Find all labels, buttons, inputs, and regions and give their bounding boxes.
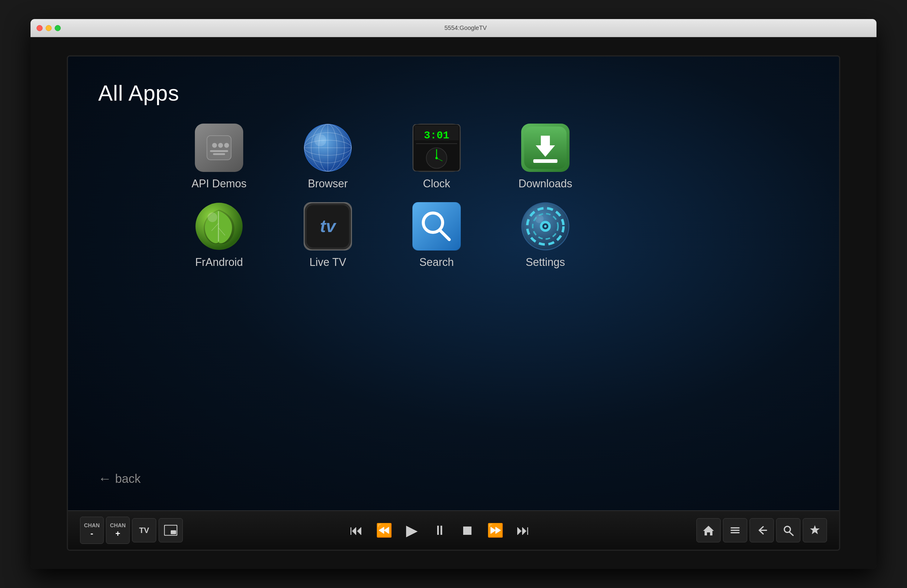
browser-icon <box>304 123 352 172</box>
chan-minus-button[interactable]: CHAN - <box>80 517 104 544</box>
svg-point-2 <box>218 143 223 148</box>
svg-rect-0 <box>207 136 231 160</box>
tv-container: All Apps <box>30 37 877 569</box>
stop-button[interactable]: ⏹ <box>455 518 479 542</box>
search-label: Search <box>419 256 454 269</box>
tv-button[interactable]: TV <box>132 518 156 542</box>
maximize-button[interactable] <box>54 25 61 31</box>
frandroid-label: FrAndroid <box>195 256 243 269</box>
mac-window: 5554:GoogleTV All Apps <box>30 19 877 569</box>
tv-screen: All Apps <box>67 55 840 551</box>
svg-point-13 <box>314 134 326 146</box>
svg-line-51 <box>790 532 793 535</box>
apps-grid: API Demos <box>98 123 809 269</box>
clock-icon: 3:01 <box>412 123 461 172</box>
back-nav-button[interactable] <box>750 518 774 542</box>
tv-label: TV <box>139 526 149 535</box>
api-demos-label: API Demos <box>192 177 247 190</box>
media-controls: ⏮ ⏪ ▶ ⏸ ⏹ ⏩ ⏭ <box>344 518 535 542</box>
titlebar: 5554:GoogleTV <box>30 19 877 37</box>
browser-label: Browser <box>308 177 348 190</box>
page-title: All Apps <box>98 81 809 106</box>
control-bar: CHAN - CHAN + TV <box>68 510 839 550</box>
tv-content: All Apps <box>68 56 839 510</box>
frandroid-icon <box>195 202 243 250</box>
svg-point-42 <box>544 225 546 228</box>
chan-plus-sign: + <box>115 529 120 538</box>
search-nav-button[interactable] <box>776 518 800 542</box>
menu-icon <box>729 524 741 536</box>
search-icon <box>412 202 461 250</box>
skip-back-button[interactable]: ⏮ <box>344 518 368 542</box>
back-button[interactable]: ← back <box>98 471 141 486</box>
fast-forward-button[interactable]: ⏩ <box>483 518 507 542</box>
minimize-button[interactable] <box>46 25 52 31</box>
rewind-button[interactable]: ⏪ <box>372 518 396 542</box>
search-nav-icon <box>782 524 794 536</box>
pip-icon <box>164 525 177 536</box>
close-button[interactable] <box>37 25 43 31</box>
svg-point-21 <box>435 157 438 159</box>
clock-label: Clock <box>423 177 450 190</box>
play-button[interactable]: ▶ <box>400 518 424 542</box>
svg-marker-52 <box>810 525 820 534</box>
skip-forward-button[interactable]: ⏭ <box>511 518 535 542</box>
back-nav-icon <box>756 524 768 536</box>
svg-point-3 <box>224 143 229 148</box>
traffic-lights <box>37 25 61 31</box>
svg-rect-45 <box>171 530 176 534</box>
svg-rect-4 <box>210 150 228 152</box>
svg-rect-48 <box>731 530 740 531</box>
app-item-browser[interactable]: Browser <box>292 123 364 190</box>
app-item-livetv[interactable]: tv Live TV <box>292 202 364 269</box>
downloads-icon <box>521 123 569 172</box>
window-title: 5554:GoogleTV <box>61 24 870 31</box>
app-item-api-demos[interactable]: API Demos <box>183 123 255 190</box>
back-arrow-icon: ← <box>98 471 112 486</box>
svg-rect-34 <box>412 202 461 250</box>
home-button[interactable] <box>696 518 721 542</box>
app-item-clock[interactable]: 3:01 Clock <box>400 123 473 190</box>
downloads-label: Downloads <box>518 177 572 190</box>
menu-button[interactable] <box>723 518 747 542</box>
app-item-search[interactable]: Search <box>400 202 473 269</box>
svg-rect-5 <box>213 153 225 155</box>
svg-rect-47 <box>731 527 740 529</box>
star-button[interactable] <box>803 518 827 542</box>
settings-label: Settings <box>526 256 565 269</box>
app-item-frandroid[interactable]: FrAndroid <box>183 202 255 269</box>
svg-text:3:01: 3:01 <box>424 130 449 142</box>
pip-button[interactable] <box>159 518 183 542</box>
livetv-label: Live TV <box>309 256 346 269</box>
api-demos-icon <box>195 123 243 172</box>
settings-icon <box>521 202 569 250</box>
svg-point-1 <box>212 143 217 148</box>
svg-rect-17 <box>416 143 457 144</box>
svg-point-30 <box>208 212 217 222</box>
chan-minus-sign: - <box>90 529 93 538</box>
svg-point-43 <box>535 215 543 223</box>
app-item-settings[interactable]: Settings <box>509 202 582 269</box>
svg-rect-49 <box>731 532 740 533</box>
svg-text:tv: tv <box>320 216 337 236</box>
left-controls: CHAN - CHAN + TV <box>80 517 183 544</box>
home-icon <box>702 524 715 536</box>
livetv-icon: tv <box>304 202 352 250</box>
star-icon <box>809 524 821 536</box>
svg-marker-46 <box>703 526 714 535</box>
chan-plus-label: CHAN <box>110 522 126 529</box>
svg-rect-25 <box>533 159 558 163</box>
chan-plus-button[interactable]: CHAN + <box>106 517 130 544</box>
nav-controls <box>696 518 827 542</box>
back-label: back <box>115 472 141 485</box>
app-item-downloads[interactable]: Downloads <box>509 123 582 190</box>
chan-minus-label: CHAN <box>84 522 100 529</box>
pause-button[interactable]: ⏸ <box>428 518 452 542</box>
